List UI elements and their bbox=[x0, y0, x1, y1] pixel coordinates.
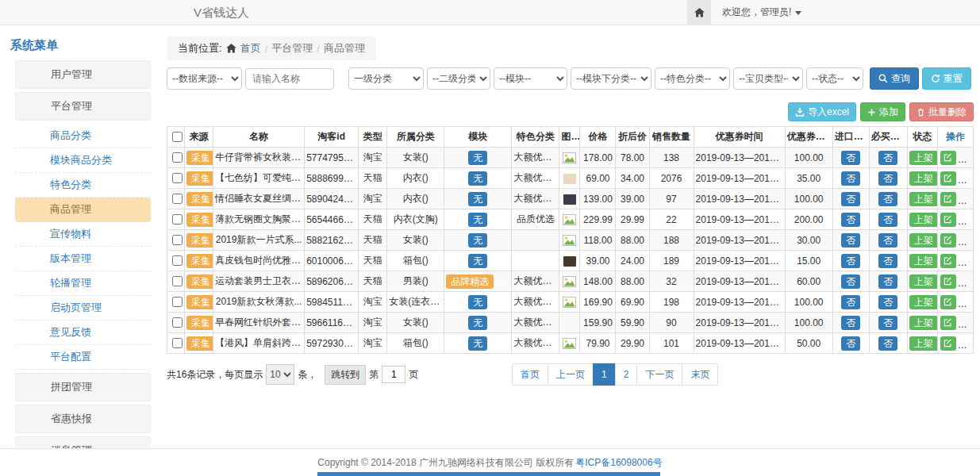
edit-button[interactable] bbox=[940, 274, 956, 289]
status-button[interactable]: 上架 bbox=[909, 274, 938, 289]
sidebar-subitem-goods-mgmt[interactable]: 商品管理 bbox=[15, 198, 151, 222]
status-button[interactable]: 上架 bbox=[909, 171, 938, 186]
sidebar-item-group-buy-mgmt[interactable]: 拼团管理 bbox=[15, 373, 151, 401]
select-all-checkbox[interactable] bbox=[172, 132, 183, 142]
filter-select-category-l2[interactable]: --二级分类-- bbox=[427, 67, 490, 90]
must-buy-toggle-button[interactable]: 否 bbox=[878, 151, 897, 165]
welcome-user-dropdown[interactable]: 欢迎您，管理员! bbox=[722, 6, 791, 19]
must-buy-toggle-button[interactable]: 否 bbox=[878, 213, 897, 227]
status-button[interactable]: 上架 bbox=[909, 233, 938, 248]
import-toggle-button[interactable]: 否 bbox=[841, 171, 860, 186]
sidebar-subitem-module-goods-category[interactable]: 模块商品分类 bbox=[15, 148, 151, 173]
edit-button[interactable] bbox=[940, 233, 956, 248]
edit-button[interactable] bbox=[940, 254, 956, 268]
status-button[interactable]: 上架 bbox=[909, 213, 938, 227]
filter-select-module[interactable]: --模块-- bbox=[494, 67, 567, 90]
row-checkbox[interactable] bbox=[172, 317, 183, 328]
must-buy-toggle-button[interactable]: 否 bbox=[878, 336, 897, 351]
import-toggle-button[interactable]: 否 bbox=[841, 295, 860, 309]
import-toggle-button[interactable]: 否 bbox=[841, 316, 860, 330]
sidebar-subitem-feedback[interactable]: 意见反馈 bbox=[15, 321, 151, 345]
filter-select-category-l1[interactable]: 一级分类 bbox=[348, 67, 424, 90]
sidebar-subitem-carousel-mgmt[interactable]: 轮播管理 bbox=[15, 271, 151, 296]
import-toggle-button[interactable]: 否 bbox=[841, 192, 860, 206]
import-toggle-button[interactable]: 否 bbox=[841, 213, 860, 227]
must-buy-toggle-button[interactable]: 否 bbox=[878, 274, 897, 289]
sidebar-subitem-goods-category[interactable]: 商品分类 bbox=[15, 124, 151, 148]
edit-button[interactable] bbox=[940, 213, 956, 227]
import-toggle-button[interactable]: 否 bbox=[841, 233, 860, 248]
must-buy-toggle-button[interactable]: 否 bbox=[878, 295, 897, 309]
row-checkbox[interactable] bbox=[172, 338, 183, 348]
edit-button[interactable] bbox=[940, 295, 956, 309]
sidebar-item-user-mgmt[interactable]: 用户管理 bbox=[15, 60, 151, 89]
row-checkbox[interactable] bbox=[172, 173, 183, 183]
edit-button[interactable] bbox=[940, 192, 956, 206]
import-toggle-button[interactable]: 否 bbox=[841, 151, 860, 165]
import-toggle-button[interactable]: 否 bbox=[841, 254, 860, 268]
status-button[interactable]: 上架 bbox=[909, 336, 938, 351]
breadcrumb-home-link[interactable]: 首页 bbox=[240, 41, 261, 56]
edit-button[interactable] bbox=[940, 151, 956, 165]
row-checkbox[interactable] bbox=[172, 235, 183, 245]
row-checkbox[interactable] bbox=[172, 194, 183, 204]
home-button[interactable] bbox=[687, 0, 711, 25]
must-buy-toggle-button[interactable]: 否 bbox=[878, 233, 897, 248]
cell-status: 上架 bbox=[907, 313, 937, 333]
status-button[interactable]: 上架 bbox=[909, 192, 938, 206]
page-button-1[interactable]: 1 bbox=[593, 363, 616, 386]
page-button-last[interactable]: 末页 bbox=[682, 363, 718, 386]
batch-delete-button[interactable]: 批量删除 bbox=[909, 102, 974, 121]
reset-button[interactable]: 重置 bbox=[922, 67, 971, 90]
row-checkbox[interactable] bbox=[172, 214, 183, 225]
jump-page-input[interactable] bbox=[382, 366, 405, 383]
search-button[interactable]: 查询 bbox=[870, 67, 919, 90]
page-button-first[interactable]: 首页 bbox=[512, 363, 548, 386]
import-toggle-button[interactable]: 否 bbox=[841, 336, 860, 351]
status-button[interactable]: 上架 bbox=[909, 295, 938, 309]
row-checkbox[interactable] bbox=[172, 276, 183, 286]
cell-source: 采集 bbox=[185, 333, 213, 354]
sidebar-subitem-promo-material[interactable]: 宣传物料 bbox=[15, 222, 151, 247]
page-button-next[interactable]: 下一页 bbox=[636, 363, 682, 386]
add-button[interactable]: 添加 bbox=[860, 102, 905, 121]
jump-button[interactable]: 跳转到 bbox=[325, 365, 366, 385]
row-checkbox[interactable] bbox=[172, 152, 183, 163]
chevron-down-icon[interactable] bbox=[795, 10, 801, 15]
edit-button[interactable] bbox=[940, 336, 956, 351]
status-button[interactable]: 上架 bbox=[909, 151, 938, 165]
status-button[interactable]: 上架 bbox=[909, 254, 938, 268]
row-checkbox[interactable] bbox=[172, 255, 183, 266]
import-excel-button[interactable]: 导入excel bbox=[788, 102, 856, 121]
cell-price: 159.90 bbox=[580, 313, 616, 333]
sidebar-item-saving-express[interactable]: 省惠快报 bbox=[15, 405, 151, 433]
filter-select-status[interactable]: --状态-- bbox=[806, 67, 863, 90]
row-checkbox[interactable] bbox=[172, 297, 183, 307]
sidebar-item-platform-mgmt[interactable]: 平台管理 bbox=[15, 92, 151, 121]
sidebar-subitem-feature-category[interactable]: 特色分类 bbox=[15, 173, 151, 198]
must-buy-toggle-button[interactable]: 否 bbox=[878, 316, 897, 330]
module-badge: 无 bbox=[468, 254, 487, 268]
filter-select-item-type[interactable]: --宝贝类型-- bbox=[733, 67, 803, 90]
horizontal-scrollbar-thumb[interactable] bbox=[317, 472, 660, 476]
filter-select-data-source[interactable]: --数据来源-- bbox=[167, 67, 242, 90]
edit-button[interactable] bbox=[940, 316, 956, 330]
cell-discount: 88.00 bbox=[616, 271, 649, 292]
page-button-prev[interactable]: 上一页 bbox=[548, 363, 594, 386]
name-search-input[interactable] bbox=[245, 68, 334, 90]
must-buy-toggle-button[interactable]: 否 bbox=[878, 254, 897, 268]
page-button-2[interactable]: 2 bbox=[615, 363, 638, 386]
import-toggle-button[interactable]: 否 bbox=[841, 274, 860, 289]
filter-select-feature[interactable]: --特色分类-- bbox=[655, 67, 730, 90]
filter-select-module-sub[interactable]: --模块下分类-- bbox=[571, 67, 651, 90]
sidebar-subitem-splash-page-mgmt[interactable]: 启动页管理 bbox=[15, 296, 151, 321]
sidebar-subitem-version-mgmt[interactable]: 版本管理 bbox=[15, 247, 151, 271]
col-header-ops: 操作 bbox=[937, 127, 973, 148]
must-buy-toggle-button[interactable]: 否 bbox=[878, 192, 897, 206]
must-buy-toggle-button[interactable]: 否 bbox=[878, 171, 897, 186]
icp-link[interactable]: 粤ICP备16098006号 bbox=[575, 456, 662, 470]
status-button[interactable]: 上架 bbox=[909, 316, 938, 330]
page-size-select[interactable]: 10 bbox=[266, 364, 294, 385]
edit-button[interactable] bbox=[940, 171, 956, 186]
sidebar-subitem-platform-config[interactable]: 平台配置 bbox=[15, 345, 151, 370]
